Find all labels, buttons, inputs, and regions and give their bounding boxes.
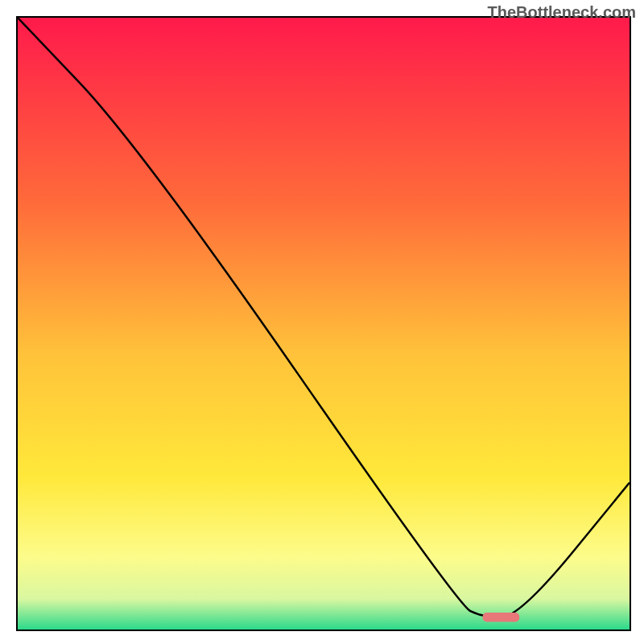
gradient-background: [18, 18, 630, 630]
chart-svg: [18, 18, 630, 630]
watermark-label: TheBottleneck.com: [488, 3, 636, 22]
chart-plot-area: [16, 16, 631, 631]
optimal-marker: [483, 613, 520, 621]
